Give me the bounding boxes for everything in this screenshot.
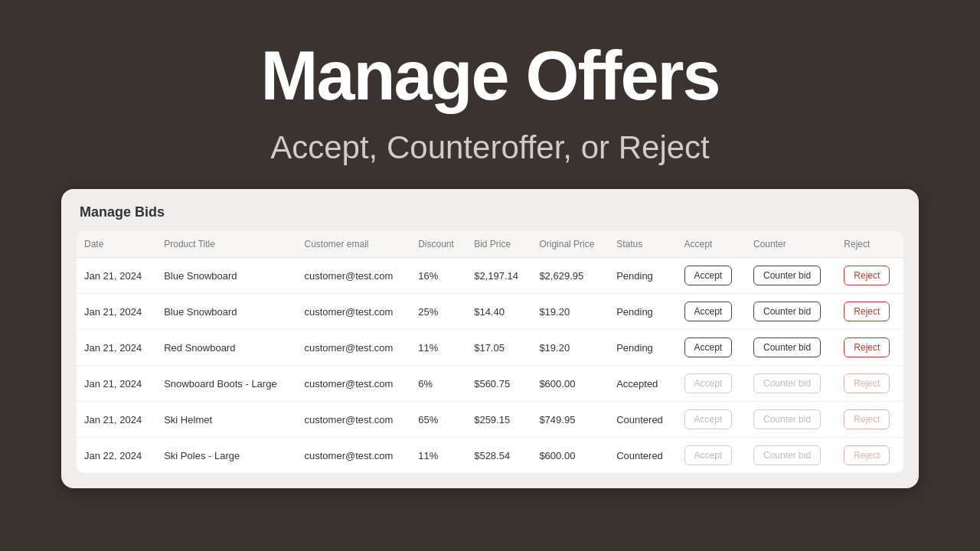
cell-status: Pending	[609, 294, 676, 330]
cell-customer-email: customer@test.com	[297, 366, 411, 402]
counter-bid-button: Counter bid	[753, 445, 821, 465]
cell-bid-price: $2,197.14	[466, 258, 531, 294]
cell-discount: 6%	[410, 366, 466, 402]
cell-bid-price: $528.54	[466, 438, 531, 474]
cell-discount: 11%	[410, 438, 466, 474]
cell-product-title: Snowboard Boots - Large	[156, 366, 296, 402]
counter-bid-button[interactable]: Counter bid	[753, 337, 821, 357]
cell-accept-action: Accept	[677, 438, 746, 474]
col-reject: Reject	[836, 231, 903, 258]
reject-button: Reject	[844, 373, 890, 393]
cell-counter-action: Counter bid	[746, 438, 836, 474]
cell-customer-email: customer@test.com	[297, 438, 411, 474]
cell-counter-action[interactable]: Counter bid	[746, 294, 836, 330]
bids-table: Date Product Title Customer email Discou…	[77, 231, 903, 473]
cell-original-price: $2,629.95	[531, 258, 609, 294]
sub-title: Accept, Counteroffer, or Reject	[270, 129, 710, 166]
table-row: Jan 21, 2024 Ski Helmet customer@test.co…	[77, 402, 903, 438]
cell-product-title: Blue Snowboard	[156, 258, 296, 294]
cell-reject-action[interactable]: Reject	[836, 258, 903, 294]
reject-button[interactable]: Reject	[844, 266, 890, 285]
table-row: Jan 21, 2024 Red Snowboard customer@test…	[77, 330, 903, 366]
cell-status: Pending	[609, 258, 676, 294]
cell-original-price: $19.20	[531, 294, 609, 330]
cell-accept-action: Accept	[677, 402, 746, 438]
cell-discount: 16%	[410, 258, 466, 294]
table-heading: Manage Bids	[77, 204, 903, 220]
cell-counter-action: Counter bid	[746, 402, 836, 438]
reject-button[interactable]: Reject	[844, 337, 890, 357]
cell-counter-action[interactable]: Counter bid	[746, 258, 836, 294]
col-original-price: Original Price	[531, 231, 609, 258]
table-header-row: Date Product Title Customer email Discou…	[77, 231, 903, 258]
cell-accept-action[interactable]: Accept	[677, 294, 746, 330]
col-counter: Counter	[746, 231, 836, 258]
cell-date: Jan 21, 2024	[77, 330, 156, 366]
cell-accept-action[interactable]: Accept	[677, 330, 746, 366]
counter-bid-button[interactable]: Counter bid	[753, 302, 821, 321]
cell-product-title: Red Snowboard	[156, 330, 296, 366]
cell-date: Jan 21, 2024	[77, 402, 156, 438]
table-row: Jan 21, 2024 Blue Snowboard customer@tes…	[77, 294, 903, 330]
main-title: Manage Offers	[260, 38, 719, 114]
cell-status: Countered	[609, 438, 676, 474]
table-row: Jan 22, 2024 Ski Poles - Large customer@…	[77, 438, 903, 474]
cell-reject-action[interactable]: Reject	[836, 294, 903, 330]
cell-reject-action: Reject	[836, 438, 903, 474]
cell-date: Jan 22, 2024	[77, 438, 156, 474]
col-status: Status	[609, 231, 676, 258]
cell-customer-email: customer@test.com	[297, 402, 411, 438]
cell-product-title: Ski Poles - Large	[156, 438, 296, 474]
cell-original-price: $749.95	[531, 402, 609, 438]
cell-original-price: $600.00	[531, 366, 609, 402]
accept-button: Accept	[684, 409, 733, 429]
cell-date: Jan 21, 2024	[77, 366, 156, 402]
cell-discount: 25%	[410, 294, 466, 330]
cell-date: Jan 21, 2024	[77, 258, 156, 294]
accept-button[interactable]: Accept	[684, 302, 733, 321]
cell-reject-action: Reject	[836, 402, 903, 438]
accept-button[interactable]: Accept	[684, 337, 733, 357]
hero-section: Manage Offers Accept, Counteroffer, or R…	[260, 0, 719, 189]
cell-status: Accepted	[609, 366, 676, 402]
col-customer-email: Customer email	[297, 231, 411, 258]
cell-counter-action: Counter bid	[746, 366, 836, 402]
accept-button: Accept	[684, 373, 733, 393]
table-row: Jan 21, 2024 Snowboard Boots - Large cus…	[77, 366, 903, 402]
counter-bid-button: Counter bid	[753, 373, 821, 393]
col-product-title: Product Title	[156, 231, 296, 258]
table-row: Jan 21, 2024 Blue Snowboard customer@tes…	[77, 258, 903, 294]
cell-customer-email: customer@test.com	[297, 258, 411, 294]
cell-customer-email: customer@test.com	[297, 294, 411, 330]
cell-status: Pending	[609, 330, 676, 366]
cell-bid-price: $560.75	[466, 366, 531, 402]
col-date: Date	[77, 231, 156, 258]
cell-accept-action[interactable]: Accept	[677, 258, 746, 294]
cell-product-title: Ski Helmet	[156, 402, 296, 438]
accept-button: Accept	[684, 445, 733, 465]
col-discount: Discount	[410, 231, 466, 258]
col-bid-price: Bid Price	[466, 231, 531, 258]
cell-original-price: $600.00	[531, 438, 609, 474]
cell-discount: 65%	[410, 402, 466, 438]
reject-button: Reject	[844, 445, 890, 465]
reject-button: Reject	[844, 409, 890, 429]
accept-button[interactable]: Accept	[684, 266, 733, 285]
cell-product-title: Blue Snowboard	[156, 294, 296, 330]
col-accept: Accept	[677, 231, 746, 258]
table-container: Manage Bids Date Product Title Customer …	[61, 189, 919, 488]
cell-bid-price: $14.40	[466, 294, 531, 330]
cell-counter-action[interactable]: Counter bid	[746, 330, 836, 366]
cell-original-price: $19.20	[531, 330, 609, 366]
cell-bid-price: $17.05	[466, 330, 531, 366]
cell-bid-price: $259.15	[466, 402, 531, 438]
cell-status: Countered	[609, 402, 676, 438]
counter-bid-button[interactable]: Counter bid	[753, 266, 821, 285]
counter-bid-button: Counter bid	[753, 409, 821, 429]
cell-reject-action: Reject	[836, 366, 903, 402]
cell-date: Jan 21, 2024	[77, 294, 156, 330]
reject-button[interactable]: Reject	[844, 302, 890, 321]
cell-accept-action: Accept	[677, 366, 746, 402]
cell-reject-action[interactable]: Reject	[836, 330, 903, 366]
cell-customer-email: customer@test.com	[297, 330, 411, 366]
